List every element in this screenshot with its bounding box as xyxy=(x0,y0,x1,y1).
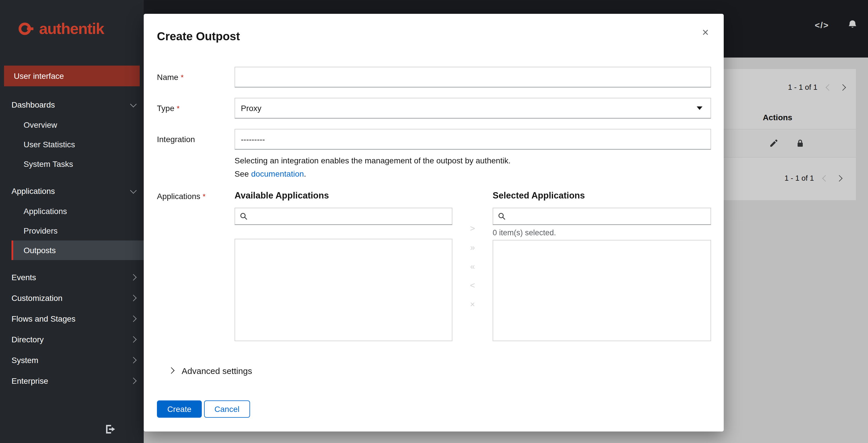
remove-all-icon[interactable]: « xyxy=(470,261,475,272)
selected-applications-list[interactable] xyxy=(493,240,711,341)
type-label: Type* xyxy=(157,98,235,119)
type-select[interactable]: Proxy xyxy=(235,98,711,119)
type-label-text: Type xyxy=(157,104,175,113)
selected-applications-pane: Selected Applications 0 item(s) selected… xyxy=(493,190,711,341)
transfer-controls: > » « < × xyxy=(453,190,493,341)
create-outpost-form: Name* Type* Proxy In xyxy=(144,44,724,377)
required-asterisk: * xyxy=(181,73,184,82)
screen: </> 1 - 1 of 1 Actions xyxy=(0,0,868,443)
help-see-text: See xyxy=(235,169,251,178)
chevron-right-icon xyxy=(130,357,137,364)
integration-label-text: Integration xyxy=(157,135,195,144)
sidebar-group-customization[interactable]: Customization xyxy=(0,288,144,308)
sidebar-item-outposts[interactable]: Outposts xyxy=(11,240,144,260)
sidebar-group-applications[interactable]: Applications xyxy=(0,181,144,201)
integration-select[interactable]: --------- xyxy=(235,129,711,150)
name-control xyxy=(235,67,711,87)
selected-applications-title: Selected Applications xyxy=(493,190,711,201)
authentik-wordmark: authentik xyxy=(39,20,104,38)
sidebar-group-label: Applications xyxy=(11,186,55,196)
applications-label: Applications* xyxy=(157,190,235,341)
close-icon[interactable]: × xyxy=(702,26,709,38)
integration-select-value: --------- xyxy=(241,135,265,144)
sidebar: authentik User interface Dashboards Over… xyxy=(0,0,144,443)
advanced-settings-toggle[interactable]: Advanced settings xyxy=(169,364,711,377)
sidebar-group-label: Enterprise xyxy=(11,376,48,385)
sidebar-group-label: Customization xyxy=(11,293,62,303)
logout-icon[interactable] xyxy=(104,423,116,435)
sidebar-group-dashboards[interactable]: Dashboards xyxy=(0,94,144,115)
sidebar-group-label: Directory xyxy=(11,335,44,344)
sidebar-group-directory[interactable]: Directory xyxy=(0,329,144,350)
sidebar-group-system[interactable]: System xyxy=(0,350,144,371)
integration-label: Integration xyxy=(157,129,235,180)
modal-header: Create Outpost × xyxy=(144,14,724,44)
available-search-box xyxy=(235,208,453,225)
chevron-right-icon xyxy=(130,274,137,281)
chevron-down-icon xyxy=(130,187,137,194)
chevron-down-icon xyxy=(130,101,137,107)
sidebar-item-user-interface[interactable]: User interface xyxy=(4,66,140,86)
selected-search-input[interactable] xyxy=(510,212,706,220)
chevron-right-icon xyxy=(168,367,175,374)
create-button[interactable]: Create xyxy=(157,401,202,418)
sidebar-group-enterprise[interactable]: Enterprise xyxy=(0,371,144,391)
sidebar-item-system-tasks[interactable]: System Tasks xyxy=(11,154,144,174)
sidebar-item-applications[interactable]: Applications xyxy=(11,201,144,221)
sidebar-group-label: Dashboards xyxy=(11,100,55,109)
integration-field-row: Integration --------- Selecting an integ… xyxy=(157,129,711,180)
applications-label-text: Applications xyxy=(157,191,200,201)
required-asterisk: * xyxy=(203,192,206,201)
name-label-text: Name xyxy=(157,72,179,82)
search-icon xyxy=(498,212,506,220)
type-control: Proxy xyxy=(235,98,711,119)
help-period: . xyxy=(304,169,306,178)
name-field-row: Name* xyxy=(157,67,711,87)
sidebar-sublist-dashboards: Overview User Statistics System Tasks xyxy=(0,115,144,174)
search-icon xyxy=(240,212,248,220)
modal-title: Create Outpost xyxy=(157,29,710,44)
chevron-right-icon xyxy=(130,378,137,384)
chevron-right-icon xyxy=(130,295,137,301)
integration-help-text: Selecting an integration enables the man… xyxy=(235,154,711,167)
dual-list-selector: Available Applications > » xyxy=(235,190,711,341)
sidebar-group-label: Events xyxy=(11,273,36,282)
available-applications-pane: Available Applications xyxy=(235,190,453,341)
available-applications-list[interactable] xyxy=(235,239,453,341)
sidebar-item-user-statistics[interactable]: User Statistics xyxy=(11,135,144,154)
integration-help-line2: See documentation. xyxy=(235,168,711,180)
documentation-link[interactable]: documentation xyxy=(251,169,304,178)
sidebar-group-label: Flows and Stages xyxy=(11,314,75,323)
required-asterisk: * xyxy=(177,104,180,113)
authentik-logo[interactable]: authentik xyxy=(0,0,144,58)
available-search-input[interactable] xyxy=(252,212,447,220)
applications-field-row: Applications* Available Applications xyxy=(157,190,711,341)
integration-control: --------- Selecting an integration enabl… xyxy=(235,129,711,180)
sidebar-item-overview[interactable]: Overview xyxy=(11,115,144,135)
name-input[interactable] xyxy=(235,67,711,87)
sidebar-nav: User interface Dashboards Overview User … xyxy=(0,66,144,391)
modal-footer: Create Cancel xyxy=(144,377,724,432)
type-field-row: Type* Proxy xyxy=(157,98,711,119)
remove-selected-icon[interactable]: < xyxy=(470,279,475,291)
chevron-down-icon xyxy=(697,107,703,110)
type-select-value: Proxy xyxy=(241,104,261,113)
name-label: Name* xyxy=(157,67,235,87)
selected-count-label: 0 item(s) selected. xyxy=(493,228,711,238)
available-applications-title: Available Applications xyxy=(235,190,453,201)
cancel-button[interactable]: Cancel xyxy=(204,401,250,418)
sidebar-item-providers[interactable]: Providers xyxy=(11,221,144,240)
add-selected-icon[interactable]: > xyxy=(470,223,475,234)
sidebar-sublist-applications: Applications Providers Outposts xyxy=(0,201,144,260)
chevron-right-icon xyxy=(130,336,137,343)
add-all-icon[interactable]: » xyxy=(470,242,475,253)
selected-search-box xyxy=(493,208,711,225)
sidebar-group-label: System xyxy=(11,356,38,365)
clear-selection-icon[interactable]: × xyxy=(470,299,475,310)
create-outpost-modal: Create Outpost × Name* Type* Proxy xyxy=(144,14,724,432)
sidebar-group-events[interactable]: Events xyxy=(0,267,144,288)
authentik-logo-mark xyxy=(17,20,34,37)
sidebar-group-flows-and-stages[interactable]: Flows and Stages xyxy=(0,308,144,329)
chevron-right-icon xyxy=(130,316,137,322)
advanced-settings-label: Advanced settings xyxy=(182,365,252,375)
